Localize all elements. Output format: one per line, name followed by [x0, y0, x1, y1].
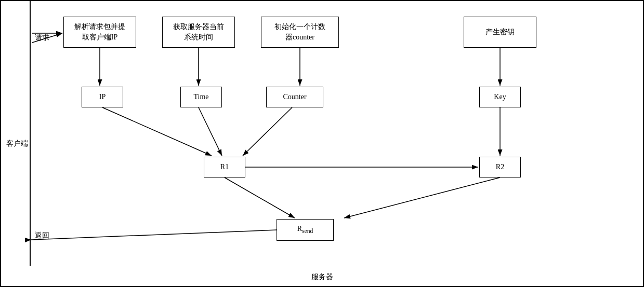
- svg-line-15: [31, 230, 277, 240]
- get-time-label: 获取服务器当前系统时间: [173, 22, 224, 42]
- counter-box: Counter: [266, 87, 323, 107]
- rsend-box: Rsend: [277, 219, 334, 241]
- request-label: 请求: [35, 33, 49, 43]
- get-time-box: 获取服务器当前系统时间: [162, 17, 235, 48]
- init-counter-label: 初始化一个计数器counter: [274, 22, 325, 42]
- diagram-container: 客户端 服务器 请求 返回 解析请求包并提取客户端IP 获取服务器当前系统时间 …: [0, 0, 644, 287]
- gen-key-label: 产生密钥: [485, 27, 515, 37]
- r2-box: R2: [479, 157, 521, 177]
- init-counter-box: 初始化一个计数器counter: [261, 17, 339, 48]
- svg-line-11: [225, 177, 295, 218]
- gen-key-box: 产生密钥: [464, 17, 536, 48]
- r1-label: R1: [220, 162, 229, 172]
- ip-label: IP: [99, 92, 106, 102]
- svg-line-9: [243, 107, 292, 156]
- r2-label: R2: [496, 162, 504, 172]
- client-label: 客户端: [6, 139, 28, 148]
- svg-line-8: [199, 107, 222, 156]
- left-divider: [30, 1, 31, 266]
- return-label: 返回: [35, 231, 49, 240]
- svg-line-10: [102, 107, 212, 156]
- key-box: Key: [479, 87, 521, 107]
- r1-box: R1: [204, 157, 245, 177]
- rsend-label: Rsend: [297, 224, 313, 236]
- time-box: Time: [180, 87, 222, 107]
- svg-line-14: [344, 177, 500, 218]
- ip-box: IP: [82, 87, 123, 107]
- server-label: 服务器: [311, 272, 333, 282]
- key-label: Key: [494, 92, 506, 102]
- time-label: Time: [193, 92, 208, 102]
- counter-label: Counter: [283, 92, 306, 102]
- parse-ip-box: 解析请求包并提取客户端IP: [63, 17, 136, 48]
- parse-ip-label: 解析请求包并提取客户端IP: [74, 22, 125, 42]
